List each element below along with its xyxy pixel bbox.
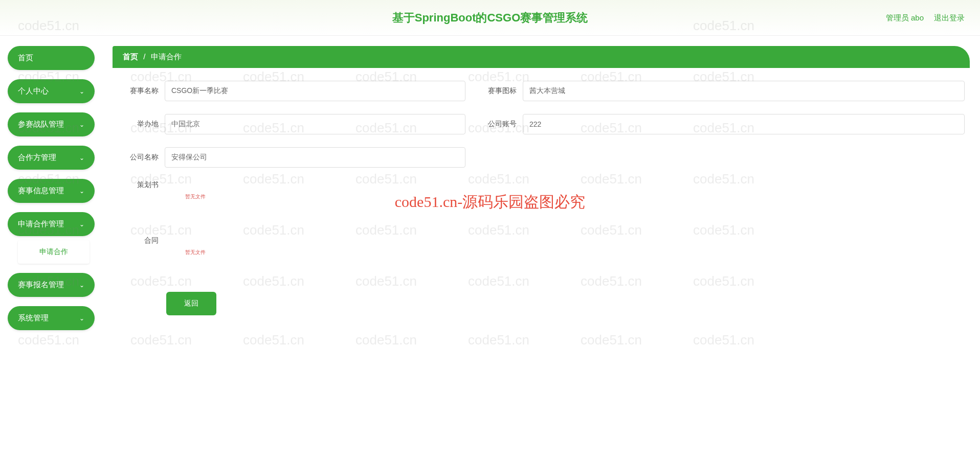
nav-apply-sub[interactable]: 申请合作 — [18, 240, 90, 264]
site-title: 基于SpringBoot的CSGO赛事管理系统 — [392, 10, 588, 26]
breadcrumb-current: 申请合作 — [151, 52, 182, 61]
button-row: 返回 — [166, 292, 965, 315]
label-location: 举办地 — [118, 120, 159, 129]
nav-team-label: 参赛战队管理 — [18, 120, 64, 129]
input-company-name[interactable] — [165, 147, 465, 168]
header-right: 管理员 abo 退出登录 — [886, 13, 965, 22]
label-contract: 合同 — [118, 236, 159, 245]
label-match-name: 赛事名称 — [118, 86, 159, 96]
container: 首页 个人中心 ⌄ 参赛战队管理 ⌄ 合作方管理 ⌄ 赛事信息管理 ⌄ 申请合作… — [0, 36, 980, 339]
nav-home-label: 首页 — [18, 53, 33, 63]
main-content: 首页 / 申请合作 赛事名称 赛事图标 举办地 — [102, 46, 980, 339]
file-placeholder-contract[interactable]: 暂无文件 — [185, 249, 206, 256]
form-group-company-account: 公司账号 — [476, 114, 965, 134]
input-company-account[interactable] — [523, 114, 965, 134]
file-row-proposal: 策划书 暂无文件 — [118, 180, 965, 200]
nav-system-mgmt[interactable]: 系统管理 ⌄ — [8, 306, 95, 330]
form-area: 赛事名称 赛事图标 举办地 公司账号 — [113, 81, 970, 315]
nav-signup-label: 赛事报名管理 — [18, 280, 64, 290]
header: 基于SpringBoot的CSGO赛事管理系统 管理员 abo 退出登录 — [0, 0, 980, 36]
chevron-down-icon: ⌄ — [79, 315, 84, 322]
breadcrumb-sep: / — [143, 52, 145, 61]
form-group-company-name: 公司名称 — [118, 147, 465, 168]
user-label[interactable]: 管理员 abo — [886, 13, 924, 22]
sidebar: 首页 个人中心 ⌄ 参赛战队管理 ⌄ 合作方管理 ⌄ 赛事信息管理 ⌄ 申请合作… — [0, 46, 102, 339]
file-placeholder-proposal[interactable]: 暂无文件 — [185, 193, 206, 200]
input-match-icon[interactable] — [523, 81, 965, 101]
form-group-match-name: 赛事名称 — [118, 81, 465, 101]
breadcrumb-home[interactable]: 首页 — [123, 52, 138, 61]
nav-personal[interactable]: 个人中心 ⌄ — [8, 79, 95, 103]
file-row-contract: 合同 暂无文件 — [118, 236, 965, 256]
nav-apply-label: 申请合作管理 — [18, 219, 64, 229]
chevron-down-icon: ⌄ — [79, 154, 84, 161]
form-group-match-icon: 赛事图标 — [476, 81, 965, 101]
form-row-2: 举办地 公司账号 — [118, 114, 965, 134]
chevron-down-icon: ⌄ — [79, 121, 84, 128]
chevron-down-icon: ⌄ — [79, 221, 84, 228]
nav-match-info-mgmt[interactable]: 赛事信息管理 ⌄ — [8, 179, 95, 203]
chevron-down-icon: ⌄ — [79, 88, 84, 95]
breadcrumb: 首页 / 申请合作 — [113, 46, 970, 68]
form-row-3: 公司名称 — [118, 147, 965, 168]
nav-home[interactable]: 首页 — [8, 46, 95, 70]
form-row-1: 赛事名称 赛事图标 — [118, 81, 965, 101]
nav-signup-mgmt[interactable]: 赛事报名管理 ⌄ — [8, 273, 95, 297]
chevron-down-icon: ⌄ — [79, 188, 84, 195]
nav-system-label: 系统管理 — [18, 313, 49, 323]
nav-partner-mgmt[interactable]: 合作方管理 ⌄ — [8, 146, 95, 170]
label-company-account: 公司账号 — [476, 120, 517, 129]
nav-personal-label: 个人中心 — [18, 86, 49, 96]
label-match-icon: 赛事图标 — [476, 86, 517, 96]
label-proposal: 策划书 — [118, 180, 159, 190]
nav-partner-label: 合作方管理 — [18, 153, 56, 163]
input-match-name[interactable] — [165, 81, 465, 101]
chevron-down-icon: ⌄ — [79, 282, 84, 289]
input-location[interactable] — [165, 114, 465, 134]
back-button[interactable]: 返回 — [166, 292, 216, 315]
form-group-location: 举办地 — [118, 114, 465, 134]
nav-matchinfo-label: 赛事信息管理 — [18, 186, 64, 196]
nav-apply-mgmt[interactable]: 申请合作管理 ⌄ — [8, 212, 95, 236]
logout-link[interactable]: 退出登录 — [934, 13, 965, 22]
nav-team-mgmt[interactable]: 参赛战队管理 ⌄ — [8, 112, 95, 136]
label-company-name: 公司名称 — [118, 153, 159, 162]
